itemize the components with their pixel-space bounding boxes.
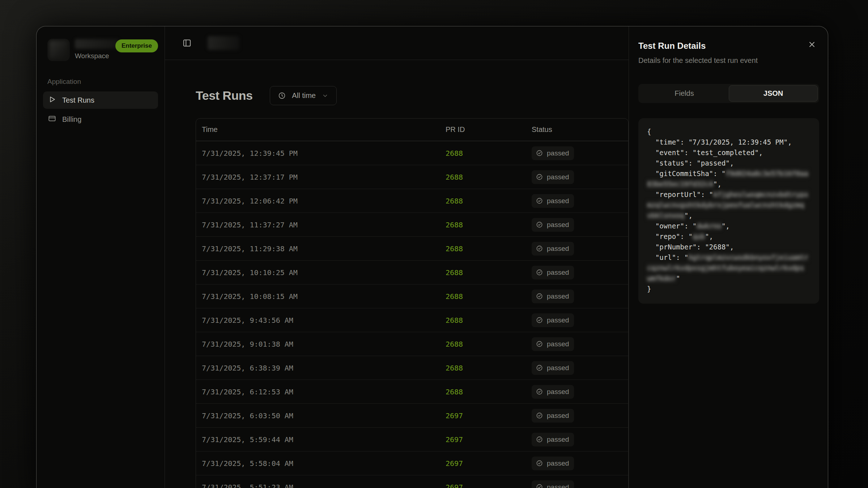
- sidebar-item-test-runs[interactable]: Test Runs: [43, 91, 158, 109]
- credit-card-icon: [48, 115, 56, 124]
- status-label: passed: [547, 340, 569, 348]
- status-badge: passed: [532, 361, 574, 375]
- check-circle-icon: [536, 245, 543, 252]
- pr-id-link[interactable]: 2688: [441, 316, 532, 325]
- pr-id-link[interactable]: 2688: [441, 244, 532, 253]
- table-row[interactable]: 7/31/2025, 10:10:25 AM 2688 passed: [196, 260, 628, 284]
- status-badge: passed: [532, 457, 574, 470]
- run-time: 7/31/2025, 12:37:17 PM: [202, 173, 441, 181]
- run-time: 7/31/2025, 11:37:27 AM: [202, 221, 441, 229]
- redacted-text: kfjgheslwoqmcnzvbdtrypx: [713, 191, 808, 198]
- pr-id-link[interactable]: 2697: [441, 435, 532, 444]
- status-cell: passed: [532, 313, 622, 327]
- topbar: [165, 26, 629, 60]
- play-icon: [48, 95, 56, 105]
- table-row[interactable]: 7/31/2025, 6:12:53 AM 2688 passed: [196, 380, 628, 403]
- check-circle-icon: [536, 460, 543, 467]
- status-badge: passed: [532, 385, 574, 399]
- status-label: passed: [547, 149, 569, 157]
- chevron-down-icon: [322, 93, 328, 99]
- close-icon[interactable]: [805, 38, 818, 51]
- workspace-sublabel: Workspace: [75, 52, 119, 60]
- test-runs-table: Time PR ID Status 7/31/2025, 12:39:45 PM…: [196, 118, 629, 488]
- pr-id-link[interactable]: 2688: [441, 221, 532, 229]
- enterprise-badge: Enterprise: [115, 39, 158, 52]
- status-cell: passed: [532, 194, 622, 208]
- status-badge: passed: [532, 218, 574, 232]
- status-badge: passed: [532, 266, 574, 279]
- sidebar-nav: Application Test Runs Billing: [37, 78, 165, 128]
- sidebar: Workspace Enterprise Application Test Ru…: [37, 26, 165, 488]
- status-badge: passed: [532, 480, 574, 488]
- pr-id-link[interactable]: 2697: [441, 483, 532, 488]
- status-cell: passed: [532, 433, 622, 446]
- table-row[interactable]: 7/31/2025, 5:58:04 AM 2697 passed: [196, 451, 628, 475]
- workspace-header[interactable]: Workspace Enterprise: [37, 26, 165, 61]
- pr-id-link[interactable]: 2688: [441, 388, 532, 396]
- status-cell: passed: [532, 385, 622, 399]
- run-time: 7/31/2025, 11:29:38 AM: [202, 244, 441, 253]
- clock-icon: [278, 92, 286, 99]
- topbar-title-redacted: [208, 36, 239, 50]
- pr-id-link[interactable]: 2688: [441, 292, 532, 301]
- table-row[interactable]: 7/31/2025, 12:37:17 PM 2688 passed: [196, 165, 628, 189]
- check-circle-icon: [536, 364, 543, 371]
- table-row[interactable]: 7/31/2025, 6:03:50 AM 2697 passed: [196, 403, 628, 427]
- check-circle-icon: [536, 436, 543, 443]
- run-time: 7/31/2025, 6:12:53 AM: [202, 388, 441, 396]
- table-row[interactable]: 7/31/2025, 9:43:56 AM 2688 passed: [196, 308, 628, 332]
- pr-id-link[interactable]: 2688: [441, 149, 532, 158]
- table-row[interactable]: 7/31/2025, 9:01:38 AM 2688 passed: [196, 332, 628, 356]
- pr-id-link[interactable]: 2688: [441, 268, 532, 277]
- status-badge: passed: [532, 409, 574, 423]
- tab-fields[interactable]: Fields: [640, 85, 729, 102]
- pr-id-link[interactable]: 2688: [441, 340, 532, 348]
- table-row[interactable]: 7/31/2025, 5:51:23 AM 2697 passed: [196, 475, 628, 488]
- status-label: passed: [547, 221, 569, 229]
- run-time: 7/31/2025, 6:38:39 AM: [202, 364, 441, 372]
- run-time: 7/31/2025, 9:01:38 AM: [202, 340, 441, 348]
- redacted-text: f9d024a8c3e57b16f0aa: [726, 170, 808, 177]
- pr-id-link[interactable]: 2688: [441, 173, 532, 181]
- table-row[interactable]: 7/31/2025, 11:29:38 AM 2688 passed: [196, 236, 628, 260]
- sidebar-item-billing[interactable]: Billing: [43, 111, 158, 128]
- run-time: 7/31/2025, 5:51:23 AM: [202, 483, 441, 488]
- check-circle-icon: [536, 197, 543, 204]
- status-cell: passed: [532, 290, 622, 303]
- status-label: passed: [547, 173, 569, 181]
- tab-json[interactable]: JSON: [729, 85, 818, 102]
- status-cell: passed: [532, 218, 622, 232]
- status-cell: passed: [532, 361, 622, 375]
- table-row[interactable]: 7/31/2025, 12:39:45 PM 2688 passed: [196, 141, 628, 165]
- status-badge: passed: [532, 290, 574, 303]
- check-circle-icon: [536, 388, 543, 395]
- table-row[interactable]: 7/31/2025, 10:08:15 AM 2688 passed: [196, 284, 628, 308]
- run-time: 7/31/2025, 12:06:42 PM: [202, 197, 441, 205]
- run-time: 7/31/2025, 5:58:04 AM: [202, 459, 441, 468]
- table-row[interactable]: 7/31/2025, 5:59:44 AM 2697 passed: [196, 427, 628, 451]
- status-cell: passed: [532, 337, 622, 351]
- run-time: 7/31/2025, 12:39:45 PM: [202, 149, 441, 158]
- pr-id-link[interactable]: 2697: [441, 411, 532, 420]
- status-badge: passed: [532, 170, 574, 184]
- status-cell: passed: [532, 146, 622, 160]
- table-row[interactable]: 7/31/2025, 6:38:39 AM 2688 passed: [196, 356, 628, 380]
- check-circle-icon: [536, 484, 543, 488]
- status-label: passed: [547, 483, 569, 488]
- panel-left-toggle-icon[interactable]: [182, 38, 192, 48]
- table-row[interactable]: 7/31/2025, 11:37:27 AM 2688 passed: [196, 213, 628, 236]
- status-badge: passed: [532, 433, 574, 446]
- pr-id-link[interactable]: 2688: [441, 364, 532, 372]
- redacted-text: cqznwlrkvdpxsgjmhtfuboyeaicqznwlrkvdps: [647, 264, 804, 272]
- time-filter-dropdown[interactable]: All time: [270, 86, 337, 105]
- status-badge: passed: [532, 146, 574, 160]
- details-tabs: Fields JSON: [638, 84, 819, 103]
- pr-id-link[interactable]: 2688: [441, 197, 532, 205]
- redacted-text: hgtrqplmzvcwsdkbnyoxfjeiuamtr: [688, 253, 808, 261]
- table-row[interactable]: 7/31/2025, 12:06:42 PM 2688 passed: [196, 189, 628, 213]
- redacted-text: 83be55ec19fd32c4: [647, 180, 713, 188]
- run-time: 7/31/2025, 10:08:15 AM: [202, 292, 441, 301]
- status-badge: passed: [532, 313, 574, 327]
- pr-id-link[interactable]: 2697: [441, 459, 532, 468]
- check-circle-icon: [536, 317, 543, 324]
